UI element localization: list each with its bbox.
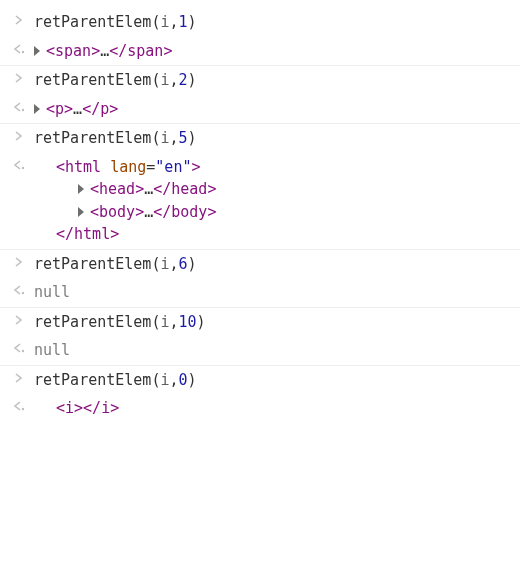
console-output: <html lang="en"><head>…</head><body>…</b… [34,156,520,246]
expand-caret-icon[interactable] [78,207,84,217]
dom-node-open[interactable]: <html lang="en"> [34,156,512,179]
console-output-row[interactable]: <p>…</p> [4,95,520,124]
console-output: null [34,339,520,362]
console-input-row[interactable]: retParentElem(i,6) [4,250,520,279]
dom-node[interactable]: <span> [46,42,100,60]
input-chevron-icon [4,11,34,25]
console-input: retParentElem(i,2) [34,69,520,92]
fn-name: retParentElem [34,313,151,331]
console-entry: retParentElem(i,6)null [0,250,520,308]
input-chevron-icon [4,253,34,267]
svg-point-0 [22,50,24,52]
dom-child-node[interactable]: <head>…</head> [34,178,512,201]
fn-num: 2 [179,71,188,89]
output-chevron-icon [4,281,34,295]
console-input: retParentElem(i,0) [34,369,520,392]
svg-point-5 [22,408,24,410]
output-chevron-icon [4,98,34,112]
console-entry: retParentElem(i,10)null [0,308,520,366]
expand-caret-icon[interactable] [34,46,40,56]
fn-name: retParentElem [34,71,151,89]
input-chevron-icon [4,369,34,383]
dom-node[interactable]: <p> [46,100,73,118]
dom-node[interactable]: <i></i> [34,399,119,417]
console-entry: retParentElem(i,5)<html lang="en"><head>… [0,124,520,250]
console-input-row[interactable]: retParentElem(i,1) [4,8,520,37]
svg-point-1 [22,108,24,110]
console-entry: retParentElem(i,1)<span>…</span> [0,8,520,66]
console-input: retParentElem(i,1) [34,11,520,34]
svg-point-3 [22,292,24,294]
console-output-row[interactable]: <span>…</span> [4,37,520,66]
expand-caret-icon[interactable] [34,104,40,114]
output-chevron-icon [4,156,34,170]
fn-num: 6 [179,255,188,273]
console-entry: retParentElem(i,0)<i></i> [0,366,520,423]
output-chevron-icon [4,40,34,54]
console-panel: retParentElem(i,1)<span>…</span>retParen… [0,8,520,423]
console-input-row[interactable]: retParentElem(i,5) [4,124,520,153]
console-output-row[interactable]: <i></i> [4,394,520,423]
console-output-row[interactable]: null [4,278,520,307]
console-output: <p>…</p> [34,98,520,121]
svg-point-2 [22,166,24,168]
input-chevron-icon [4,69,34,83]
fn-name: retParentElem [34,13,151,31]
input-chevron-icon [4,311,34,325]
input-chevron-icon [4,127,34,141]
fn-name: retParentElem [34,371,151,389]
dom-child-node[interactable]: <body>…</body> [34,201,512,224]
expand-caret-icon[interactable] [78,184,84,194]
console-entry: retParentElem(i,2)<p>…</p> [0,66,520,124]
console-input-row[interactable]: retParentElem(i,2) [4,66,520,95]
svg-point-4 [22,350,24,352]
dom-node-close[interactable]: </html> [34,223,512,246]
output-chevron-icon [4,339,34,353]
console-output: <span>…</span> [34,40,520,63]
console-output: null [34,281,520,304]
console-input: retParentElem(i,6) [34,253,520,276]
fn-num: 0 [179,371,188,389]
console-input-row[interactable]: retParentElem(i,0) [4,366,520,395]
console-output-row[interactable]: <html lang="en"><head>…</head><body>…</b… [4,153,520,249]
fn-num: 10 [179,313,197,331]
null-value: null [34,341,70,359]
console-output-row[interactable]: null [4,336,520,365]
fn-num: 1 [179,13,188,31]
console-input: retParentElem(i,10) [34,311,520,334]
fn-num: 5 [179,129,188,147]
fn-name: retParentElem [34,255,151,273]
fn-name: retParentElem [34,129,151,147]
output-chevron-icon [4,397,34,411]
console-input-row[interactable]: retParentElem(i,10) [4,308,520,337]
null-value: null [34,283,70,301]
console-input: retParentElem(i,5) [34,127,520,150]
console-output: <i></i> [34,397,520,420]
